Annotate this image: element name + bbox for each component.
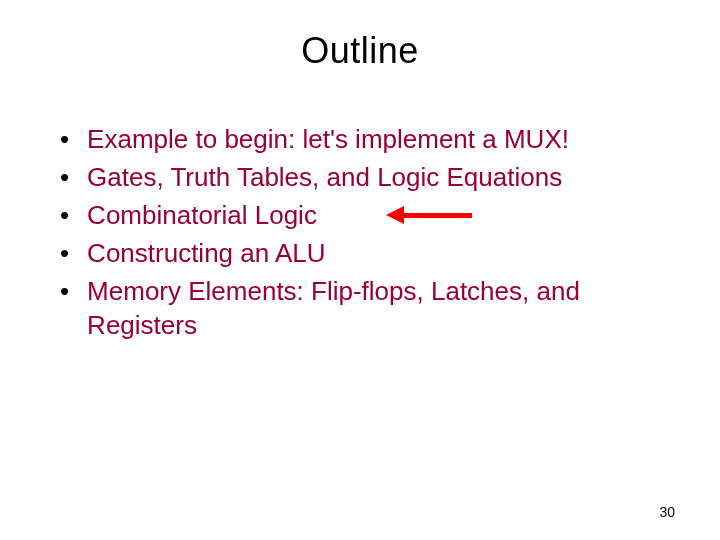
pointer-arrow — [386, 206, 472, 224]
slide: Outline • Example to begin: let's implem… — [0, 0, 720, 540]
list-item: • Constructing an ALU — [60, 236, 670, 270]
bullet-text: Memory Elements: Flip-flops, Latches, an… — [87, 274, 670, 342]
bullet-icon: • — [60, 198, 69, 232]
slide-title: Outline — [50, 30, 670, 72]
bullet-icon: • — [60, 236, 69, 270]
page-number: 30 — [659, 504, 675, 520]
bullet-text: Gates, Truth Tables, and Logic Equations — [87, 160, 670, 194]
left-arrow-icon — [386, 206, 472, 224]
bullet-icon: • — [60, 160, 69, 194]
bullet-text: Constructing an ALU — [87, 236, 670, 270]
list-item: • Example to begin: let's implement a MU… — [60, 122, 670, 156]
bullet-icon: • — [60, 122, 69, 156]
bullet-text: Example to begin: let's implement a MUX! — [87, 122, 670, 156]
bullet-list: • Example to begin: let's implement a MU… — [50, 122, 670, 342]
bullet-text: Combinatorial Logic — [87, 198, 670, 232]
list-item: • Memory Elements: Flip-flops, Latches, … — [60, 274, 670, 342]
list-item: • Gates, Truth Tables, and Logic Equatio… — [60, 160, 670, 194]
list-item: • Combinatorial Logic — [60, 198, 670, 232]
bullet-icon: • — [60, 274, 69, 308]
